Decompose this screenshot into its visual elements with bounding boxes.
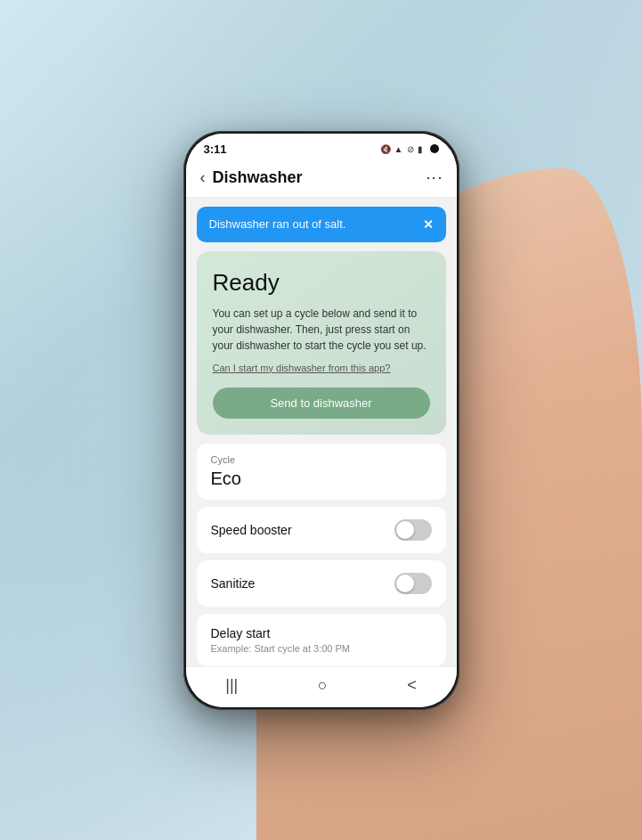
speed-booster-label: Speed booster [211, 523, 292, 537]
speed-booster-row: Speed booster [197, 507, 446, 553]
mute-icon: 🔇 [380, 144, 391, 154]
wifi-icon: ▲ [394, 144, 403, 154]
notification-banner: Dishwasher ran out of salt. ✕ [197, 207, 446, 242]
more-menu-button[interactable]: ⋮ [424, 169, 443, 186]
speed-booster-toggle[interactable] [394, 519, 432, 541]
ready-card: Ready You can set up a cycle below and s… [197, 251, 446, 435]
app-bar-left: ‹ Dishwasher [200, 168, 303, 187]
phone-screen: 3:11 🔇 ▲ ⊘ ▮ ‹ Dishwasher ⋮ [186, 134, 457, 707]
delay-start-subtitle: Example: Start cycle at 3:00 PM [211, 643, 432, 654]
nav-recents-icon[interactable]: ||| [225, 676, 238, 695]
signal-icon: ⊘ [407, 144, 414, 154]
battery-icon: ▮ [418, 144, 423, 154]
screen-content: Dishwasher ran out of salt. ✕ Ready You … [186, 198, 457, 666]
bottom-nav: ||| ○ < [186, 666, 457, 707]
ready-title: Ready [213, 269, 430, 297]
page-title: Dishwasher [213, 168, 303, 187]
sanitize-toggle[interactable] [394, 573, 432, 594]
cycle-label: Cycle [211, 454, 432, 465]
app-bar: ‹ Dishwasher ⋮ [186, 161, 457, 198]
status-icons: 🔇 ▲ ⊘ ▮ [380, 144, 439, 154]
back-button[interactable]: ‹ [200, 168, 206, 187]
phone-frame: 3:11 🔇 ▲ ⊘ ▮ ‹ Dishwasher ⋮ [183, 131, 459, 710]
nav-back-icon[interactable]: < [407, 676, 417, 695]
ready-description: You can set up a cycle below and send it… [213, 306, 430, 354]
ready-link[interactable]: Can I start my dishwasher from this app? [213, 363, 430, 373]
send-to-dishwasher-button[interactable]: Send to dishwasher [213, 387, 430, 419]
cycle-selector-card[interactable]: Cycle Eco [197, 444, 446, 500]
delay-start-card[interactable]: Delay start Example: Start cycle at 3:00… [197, 614, 446, 666]
cycle-value: Eco [211, 469, 432, 489]
notification-close-button[interactable]: ✕ [423, 217, 434, 232]
phone-wrapper: 3:11 🔇 ▲ ⊘ ▮ ‹ Dishwasher ⋮ [183, 131, 459, 710]
sanitize-row: Sanitize [197, 560, 446, 607]
sanitize-label: Sanitize [211, 576, 256, 591]
status-bar: 3:11 🔇 ▲ ⊘ ▮ [186, 134, 457, 161]
notification-text: Dishwasher ran out of salt. [209, 217, 346, 231]
status-time: 3:11 [204, 143, 227, 156]
nav-home-icon[interactable]: ○ [318, 676, 328, 695]
delay-start-title: Delay start [211, 626, 432, 640]
camera-dot [430, 144, 439, 153]
